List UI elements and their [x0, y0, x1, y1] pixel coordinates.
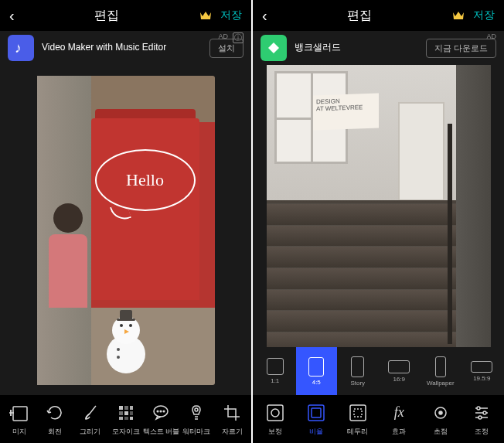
sign-plaque: DESIGN AT WELTEVREE	[313, 93, 379, 130]
ratio-icon	[305, 402, 327, 424]
tool-effect[interactable]: fx 효과	[379, 395, 421, 443]
ratio-preview-icon	[435, 356, 446, 377]
ratio-preview-icon	[351, 356, 364, 377]
svg-rect-7	[124, 411, 128, 415]
tool-image[interactable]: 미지	[2, 395, 37, 443]
ad-text: Video Maker with Music Editor	[42, 42, 202, 54]
ratio-label: 1:1	[271, 377, 279, 384]
svg-rect-3	[119, 406, 123, 410]
tool-crop[interactable]: 자르기	[214, 395, 250, 443]
bottom-toolbar: 미지 회전 그리기 모자이크 텍스트 버블 워터마크 자르기	[0, 395, 251, 443]
header-right: 저장	[199, 9, 242, 22]
svg-point-30	[478, 416, 482, 419]
ratio-label: 4:5	[312, 379, 321, 386]
svg-rect-11	[130, 417, 133, 420]
ad-banner[interactable]: AD 뱅크샐러드 지금 다운로드	[253, 31, 504, 65]
tool-mosaic[interactable]: 모자이크	[108, 395, 144, 443]
svg-rect-10	[124, 417, 128, 420]
ratio-16-9[interactable]: 16:9	[379, 347, 421, 395]
svg-rect-9	[119, 417, 123, 420]
svg-point-29	[483, 411, 486, 414]
fx-icon: fx	[388, 402, 410, 424]
ad-download-button[interactable]: 지금 다운로드	[426, 39, 496, 58]
tool-ratio[interactable]: 비율	[296, 395, 338, 443]
ad-label: AD	[218, 32, 228, 40]
snowman-sticker[interactable]	[99, 308, 153, 373]
ratio-label: Wallpaper	[427, 380, 455, 387]
ratio-preview-icon	[471, 361, 492, 373]
ratio-1-1[interactable]: 1:1	[254, 347, 296, 395]
ad-app-icon	[261, 35, 287, 61]
ratio-4-5[interactable]: 4:5	[296, 347, 338, 395]
tool-draw[interactable]: 그리기	[73, 395, 108, 443]
ad-banner[interactable]: AD ⓘ Video Maker with Music Editor 설치	[0, 31, 251, 65]
save-button[interactable]: 저장	[220, 9, 242, 22]
svg-rect-8	[130, 411, 133, 415]
ratio-preview-icon	[267, 358, 284, 375]
svg-rect-22	[354, 409, 362, 417]
image-plus-icon	[9, 402, 30, 424]
ratio-preview-icon	[308, 357, 324, 377]
phone-right: ‹ 편집 저장 AD 뱅크샐러드 지금 다운로드 DESIGN AT WELTE…	[253, 0, 504, 443]
svg-point-14	[161, 411, 162, 412]
sliders-icon	[471, 402, 492, 424]
crown-icon[interactable]	[451, 9, 465, 22]
rotate-icon	[44, 402, 66, 424]
svg-point-18	[271, 409, 279, 417]
svg-point-13	[158, 411, 159, 412]
ad-label: AD	[486, 32, 496, 40]
svg-point-24	[439, 411, 442, 414]
page-title: 편집	[94, 8, 119, 24]
svg-rect-5	[130, 406, 133, 410]
ratio-selector: 1:14:5Story16:9Wallpaper19.5:9	[253, 347, 504, 395]
tool-rotate[interactable]: 회전	[37, 395, 73, 443]
svg-rect-4	[124, 406, 128, 410]
page-title: 편집	[347, 8, 372, 24]
ad-text: 뱅크샐러드	[295, 42, 418, 54]
focus-icon	[430, 402, 451, 424]
photo-content: Hello	[37, 76, 215, 385]
ratio-19-5-9[interactable]: 19.5:9	[461, 347, 503, 395]
tool-focus[interactable]: 초점	[420, 395, 461, 443]
tool-text-bubble[interactable]: 텍스트 버블	[143, 395, 179, 443]
tool-adjust[interactable]: 보정	[254, 395, 296, 443]
save-button[interactable]: 저장	[473, 9, 495, 22]
ratio-Story[interactable]: Story	[337, 347, 379, 395]
speech-bubble-icon	[150, 402, 172, 424]
photo-content: DESIGN AT WELTEVREE	[267, 65, 491, 347]
svg-point-16	[195, 408, 198, 411]
border-icon	[347, 402, 369, 424]
speech-bubble-sticker[interactable]: Hello	[95, 149, 196, 211]
svg-rect-20	[312, 408, 321, 417]
tool-watermark[interactable]: 워터마크	[179, 395, 214, 443]
ratio-label: 16:9	[393, 376, 405, 383]
bottom-toolbar: 보정 비율 테두리 fx 효과 초점 조정	[253, 395, 504, 443]
adjust-icon	[264, 402, 286, 424]
header-right: 저장	[451, 9, 495, 22]
svg-rect-21	[350, 405, 366, 421]
svg-point-15	[164, 411, 165, 412]
back-icon[interactable]: ‹	[9, 7, 15, 25]
header: ‹ 편집 저장	[0, 0, 251, 31]
photo-canvas[interactable]: DESIGN AT WELTEVREE	[253, 65, 504, 347]
ad-app-icon	[8, 35, 34, 61]
ad-close-icon[interactable]: ⓘ	[233, 32, 243, 43]
ratio-label: 19.5:9	[473, 375, 490, 382]
brush-icon	[80, 402, 101, 424]
svg-rect-17	[267, 405, 283, 421]
header: ‹ 편집 저장	[253, 0, 504, 31]
tool-border[interactable]: 테두리	[337, 395, 379, 443]
tool-tune[interactable]: 조정	[461, 395, 503, 443]
svg-rect-6	[119, 411, 123, 415]
ratio-preview-icon	[388, 360, 410, 373]
crop-icon	[221, 402, 243, 424]
back-icon[interactable]: ‹	[262, 7, 267, 25]
crown-icon[interactable]	[199, 9, 213, 22]
watermark-icon	[186, 402, 207, 424]
mosaic-icon	[115, 402, 137, 424]
bubble-text: Hello	[126, 170, 164, 190]
svg-point-28	[477, 407, 480, 410]
ratio-Wallpaper[interactable]: Wallpaper	[420, 347, 461, 395]
svg-rect-19	[308, 405, 324, 421]
photo-canvas[interactable]: Hello	[0, 65, 251, 395]
